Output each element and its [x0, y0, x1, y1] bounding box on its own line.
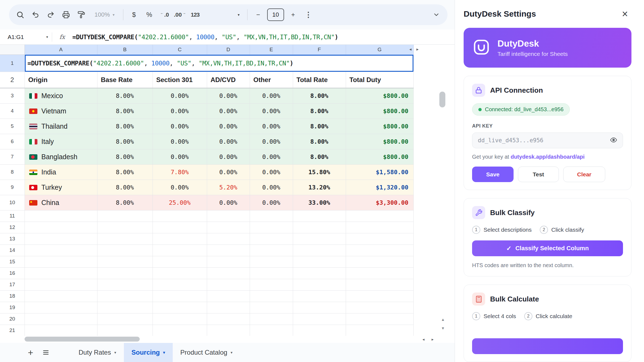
cell[interactable] — [153, 279, 207, 290]
cell[interactable]: Turkey — [25, 180, 97, 195]
cell[interactable]: 0.00% — [250, 88, 293, 103]
scroll-up-icon[interactable]: ▲ — [441, 317, 445, 322]
cell[interactable] — [97, 267, 153, 279]
print-button[interactable] — [59, 7, 73, 22]
row-number[interactable]: 3 — [0, 88, 25, 103]
cell[interactable]: 0.00% — [250, 164, 293, 180]
cell[interactable] — [207, 210, 250, 222]
close-button[interactable]: × — [618, 7, 631, 20]
increase-font-size-button[interactable]: + — [286, 7, 300, 22]
row-number[interactable]: 2 — [0, 72, 25, 88]
row-number[interactable]: 18 — [0, 290, 25, 302]
cell[interactable] — [97, 256, 153, 267]
horizontal-scrollbar-track[interactable]: ◂ ▸ — [0, 336, 455, 343]
row-number[interactable]: 11 — [0, 210, 25, 222]
api-key-input[interactable]: dd_live_d453...e956 — [472, 132, 623, 148]
undo-button[interactable] — [28, 7, 43, 22]
column-header-a[interactable]: A — [25, 45, 97, 55]
select-all-corner[interactable] — [0, 45, 25, 55]
cell[interactable]: India — [25, 164, 97, 180]
cell[interactable] — [207, 222, 250, 233]
vertical-scrollbar[interactable] — [439, 92, 445, 107]
cell[interactable]: 5.20% — [207, 180, 250, 195]
collapse-toolbar-button[interactable] — [429, 7, 444, 22]
more-toolbar-button[interactable]: ⋮ — [301, 7, 316, 22]
cell[interactable]: $800.00 — [346, 88, 413, 103]
cell[interactable] — [207, 245, 250, 256]
cell[interactable]: 0.00% — [250, 119, 293, 134]
format-currency-button[interactable]: $ — [127, 7, 141, 22]
tab-duty-rates[interactable]: Duty Rates ▾ — [71, 343, 124, 362]
row-number[interactable]: 10 — [0, 195, 25, 210]
cell[interactable] — [250, 279, 293, 290]
cell[interactable] — [97, 245, 153, 256]
row-number[interactable]: 19 — [0, 302, 25, 313]
cell[interactable] — [153, 290, 207, 302]
cell[interactable] — [346, 279, 413, 290]
cell[interactable]: 0.00% — [153, 103, 207, 119]
column-header-d[interactable]: D — [207, 45, 250, 55]
cell[interactable]: 8.00% — [293, 119, 346, 134]
formula-input[interactable]: =DUTYDESK_COMPARE("4202.21.6000", 10000,… — [72, 34, 338, 41]
increase-decimals-button[interactable]: .00→ — [172, 7, 187, 22]
cell[interactable] — [250, 302, 293, 313]
cell[interactable]: 8.00% — [293, 149, 346, 164]
vertical-scroll-buttons[interactable]: ▲ ▼ — [441, 317, 445, 330]
name-box[interactable]: A1:G1 ▾ — [0, 34, 52, 40]
cell[interactable] — [346, 256, 413, 267]
cell[interactable]: Mexico — [25, 88, 97, 103]
font-select[interactable]: ▾ — [203, 7, 244, 22]
column-header-c[interactable]: C — [153, 45, 207, 55]
cell[interactable]: $1,320.00 — [346, 180, 413, 195]
cell[interactable]: $800.00 — [346, 119, 413, 134]
horizontal-scrollbar[interactable] — [25, 337, 140, 342]
cell[interactable] — [153, 210, 207, 222]
cell[interactable] — [293, 302, 346, 313]
cell[interactable]: 0.00% — [153, 88, 207, 103]
scroll-left-icon[interactable]: ◂ — [409, 47, 412, 52]
column-header-b[interactable]: B — [97, 45, 153, 55]
format-percent-button[interactable]: % — [142, 7, 157, 22]
cell[interactable] — [250, 233, 293, 245]
row-number[interactable]: 21 — [0, 325, 25, 336]
cell[interactable]: 0.00% — [207, 134, 250, 149]
horizontal-scroll-buttons[interactable]: ◂ ▸ — [422, 336, 434, 343]
all-sheets-button[interactable] — [38, 345, 53, 360]
cell-header-section-301[interactable]: Section 301 — [153, 72, 207, 88]
cell[interactable]: 8.00% — [97, 149, 153, 164]
cell[interactable] — [25, 279, 97, 290]
cell[interactable]: 0.00% — [207, 103, 250, 119]
row-number[interactable]: 12 — [0, 222, 25, 233]
column-scroll-arrows[interactable]: ◂ ▸ — [409, 47, 419, 52]
decrease-font-size-button[interactable]: − — [251, 7, 266, 22]
row-number[interactable]: 1 — [0, 55, 25, 72]
cell[interactable]: 8.00% — [97, 164, 153, 180]
cell[interactable]: 0.00% — [207, 164, 250, 180]
cell[interactable]: Bangladesh — [25, 149, 97, 164]
cell[interactable]: 8.00% — [293, 88, 346, 103]
cell[interactable] — [25, 222, 97, 233]
scroll-left-icon[interactable]: ◂ — [422, 337, 425, 342]
calculate-button[interactable] — [472, 338, 623, 354]
test-button[interactable]: Test — [518, 167, 559, 182]
cell-header-total-duty[interactable]: Total Duty — [346, 72, 413, 88]
api-dashboard-link[interactable]: dutydesk.app/dashboard/api — [511, 154, 585, 160]
cell[interactable] — [250, 267, 293, 279]
cell[interactable]: 0.00% — [250, 134, 293, 149]
row-number[interactable]: 8 — [0, 164, 25, 180]
cell[interactable]: 0.00% — [153, 149, 207, 164]
cell[interactable]: 8.00% — [97, 134, 153, 149]
cell[interactable] — [207, 279, 250, 290]
cell[interactable] — [346, 302, 413, 313]
cell[interactable]: 0.00% — [250, 195, 293, 210]
cell[interactable] — [97, 313, 153, 325]
search-button[interactable] — [13, 7, 28, 22]
eye-icon[interactable] — [610, 136, 617, 145]
row-number[interactable]: 17 — [0, 279, 25, 290]
cell[interactable]: $1,580.00 — [346, 164, 413, 180]
cell[interactable] — [153, 233, 207, 245]
cell[interactable] — [25, 210, 97, 222]
cell[interactable] — [346, 267, 413, 279]
cell[interactable] — [346, 233, 413, 245]
row-number[interactable]: 9 — [0, 180, 25, 195]
